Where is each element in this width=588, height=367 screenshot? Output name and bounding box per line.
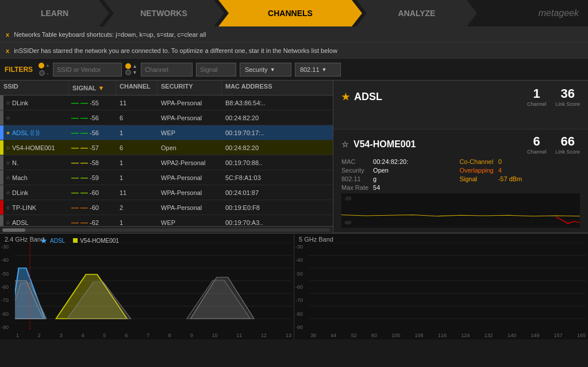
nav-analyze[interactable]: ANALYZE [356,0,477,26]
adsl-linkscore: 36 [555,86,580,101]
networks-table-panel: SSID SIGNAL ▼ CHANNEL SECURITY MAC ADDRE… [0,81,333,233]
v54-security: Open [373,167,455,174]
table-scrollbar[interactable] [0,226,333,233]
v54-mac: 00:24:82:20: [373,158,455,165]
th-signal[interactable]: SIGNAL ▼ [69,81,116,95]
v54-channel-label: Channel [527,149,547,155]
wifi-icon: ((·)) [30,129,40,136]
dismiss-1[interactable]: x [6,31,9,38]
channel-filter-input[interactable] [141,63,193,77]
table-body: ☆ DLink — — -55 11 WPA-Personal B8:A3:86… [0,95,333,226]
table-row[interactable]: ☆ DLink — — -55 11 WPA-Personal B8:A3:86… [0,95,333,110]
table-row[interactable]: ☆Mach — — -59 1 WPA-Personal 5C:F8:A1:03 [0,170,333,185]
adsl-channel-label: Channel [527,101,547,107]
legend-v54: V54-HOME001 [73,236,119,245]
v54-maxrate: 54 [373,184,455,191]
filters-bar: FILTERS + - ▲ ▼ Security ▼ 802.11 ▼ [0,59,588,81]
adsl-linkscore-label: Link Score [555,101,580,107]
chart-24ghz-title: 2.4 GHz Band [5,236,44,243]
detail-panel: ★ ADSL 1 Channel 36 Link Score [333,81,588,233]
svg-marker-11 [15,283,47,319]
v54-overlapping: 4 [498,167,580,174]
table-row[interactable]: ☆N. — — -58 1 WPA2-Personal 00:19:70:88.… [0,155,333,170]
signal-sort-icon: ▼ [98,85,105,91]
security-filter-dropdown[interactable]: Security ▼ [240,63,291,77]
adsl-name: ADSL [354,91,382,103]
v54-graph: -20 -60 [341,193,580,228]
brand-logo: metageek [539,8,579,18]
table-row[interactable]: ☆ADSL — — -62 1 WEP 00:19:70:A3.. [0,215,333,226]
th-security[interactable]: SECURITY [157,81,222,95]
protocol-filter-dropdown[interactable]: 802.11 ▼ [295,63,341,77]
chart-24ghz-svg [15,243,291,330]
v54-linkscore-label: Link Score [555,149,580,155]
ssid-filter-input[interactable] [53,63,122,77]
table-row[interactable]: ☆TP-LINK — — -60 2 WPA-Personal 00:19:E0… [0,200,333,215]
th-mac[interactable]: MAC ADDRESS [222,81,333,95]
chart-5ghz: 5 GHz Band -30-40-50-60-70-80-90 3644526… [294,234,588,339]
info-bar-2: x inSSIDer has starred the network you a… [0,43,588,59]
v54-star[interactable]: ☆ [341,140,349,149]
nav-networks[interactable]: NETWORKS [103,0,224,26]
table-row-v54[interactable]: ☆ V54-HOME001 — — -57 6 Open 00:24:82:20 [0,140,333,155]
table-row-adsl[interactable]: ★ ADSL ((·)) — — -56 1 WEP 00:19:70:17:.… [0,125,333,140]
detail-card-v54: ☆ V54-HOME001 6 Channel 66 Link Score MA… [333,129,588,233]
chart-5ghz-svg [309,243,586,330]
adsl-channel: 1 [527,86,547,101]
table-row[interactable]: ☆DLink — — -60 11 WPA-Personal 00:24:01:… [0,185,333,200]
chart-24ghz: 2.4 GHz Band ★ ADSL V54-HOME001 -30-40-5… [0,234,294,339]
th-ssid[interactable]: SSID [0,81,69,95]
table-header: SSID SIGNAL ▼ CHANNEL SECURITY MAC ADDRE… [0,81,333,95]
table-row[interactable]: ☆ — — -56 6 WPA-Personal 00:24:82:20 [0,110,333,125]
v54-name: V54-HOME001 [353,139,416,150]
signal-filter-input[interactable] [196,63,236,77]
chart-5ghz-title: 5 GHz Band [299,236,333,243]
adsl-star[interactable]: ★ [341,91,349,102]
nav-learn[interactable]: LEARN [0,0,109,26]
v54-cochannel: 0 [498,158,580,165]
v54-signal: -57 dBm [498,175,580,182]
info-bar-1: x Networks Table keyboard shortcuts: j=d… [0,26,588,43]
v54-channel: 6 [527,134,547,149]
legend-adsl: ★ ADSL [40,236,65,245]
v54-linkscore: 66 [555,134,580,149]
filters-label: FILTERS [5,66,33,74]
nav-channels[interactable]: CHANNELS [218,0,362,26]
dismiss-2[interactable]: x [6,47,9,54]
th-channel[interactable]: CHANNEL [116,81,157,95]
detail-card-adsl: ★ ADSL 1 Channel 36 Link Score [333,81,588,129]
